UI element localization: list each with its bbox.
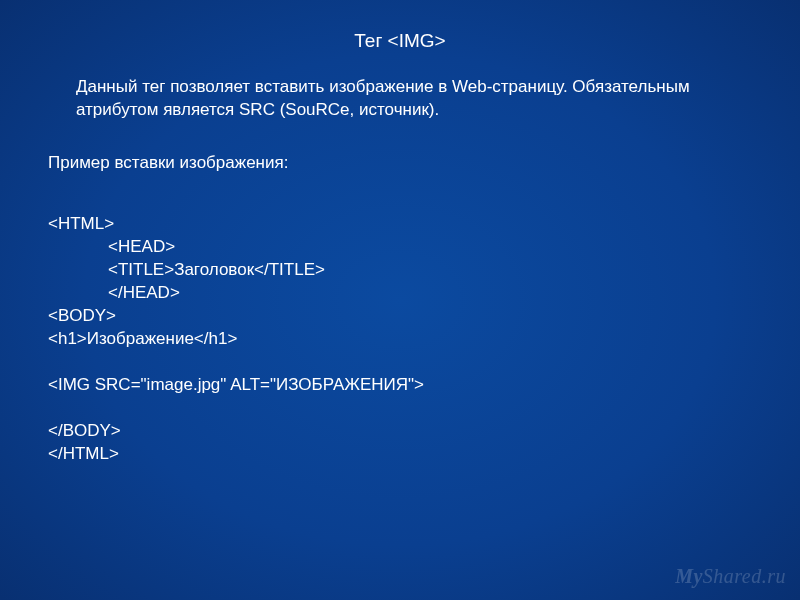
example-label: Пример вставки изображения: (48, 152, 752, 175)
code-line: <BODY> (48, 306, 116, 325)
code-line: <IMG SRC="image.jpg" ALT="ИЗОБРАЖЕНИЯ"> (48, 375, 424, 394)
code-line: <HEAD> (108, 237, 175, 256)
code-line: </HEAD> (108, 283, 180, 302)
code-line: </HTML> (48, 444, 119, 463)
code-line: <h1>Изображение</h1> (48, 329, 237, 348)
slide: Тег <IMG> Данный тег позволяет вставить … (0, 0, 800, 600)
code-block: <HTML> <HEAD> <TITLE>Заголовок</TITLE> <… (48, 190, 752, 465)
watermark-rest: Shared.ru (703, 565, 786, 587)
code-line: <TITLE>Заголовок</TITLE> (108, 260, 325, 279)
slide-title: Тег <IMG> (48, 28, 752, 54)
code-line: </BODY> (48, 421, 121, 440)
slide-description: Данный тег позволяет вставить изображени… (76, 76, 716, 122)
watermark-prefix: My (675, 565, 703, 587)
watermark: MyShared.ru (675, 563, 786, 590)
code-line: <HTML> (48, 214, 114, 233)
